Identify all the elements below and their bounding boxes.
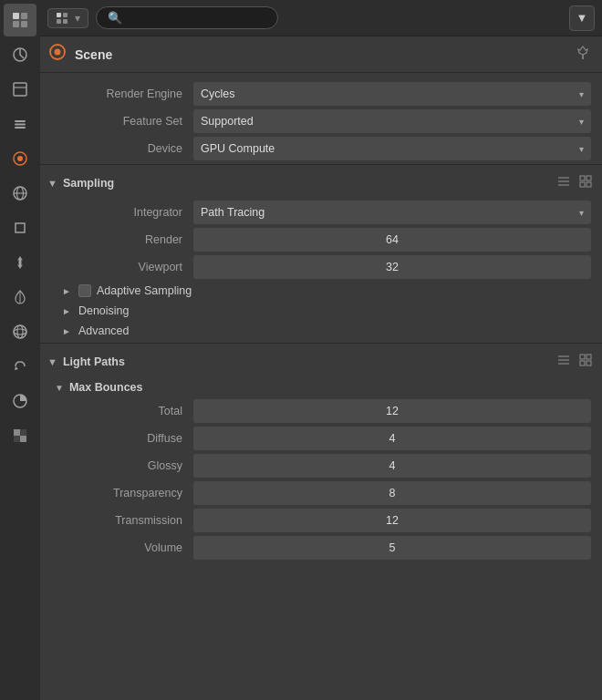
light-paths-title: Light Paths [63, 355, 555, 368]
sidebar-icon-scene[interactable] [4, 142, 36, 175]
viewport-value[interactable]: 32 [193, 255, 591, 279]
sidebar-icon-world[interactable] [4, 177, 36, 210]
svg-rect-15 [16, 223, 25, 232]
advanced-label: Advanced [78, 324, 130, 337]
denoising-header[interactable]: ► Denoising [40, 301, 602, 321]
feature-set-label: Feature Set [47, 115, 193, 128]
volume-row: Volume 5 [40, 534, 602, 561]
divider-1 [40, 164, 602, 165]
render-engine-dropdown[interactable]: Cycles ▾ [193, 82, 591, 106]
viewport-samples-row: Viewport 32 [40, 253, 602, 281]
sidebar-icon-physics[interactable] [4, 315, 36, 348]
transparency-value[interactable]: 8 [193, 481, 591, 505]
svg-rect-5 [14, 83, 26, 96]
total-row: Total 12 [40, 397, 602, 425]
transparency-row: Transparency 8 [40, 479, 602, 507]
properties-panel: Render Engine Cycles ▾ Feature Set Suppo… [40, 73, 602, 700]
total-label: Total [47, 405, 193, 417]
volume-value[interactable]: 5 [193, 536, 591, 560]
search-icon: 🔍 [108, 11, 122, 25]
max-bounces-toggle: ▼ [55, 383, 64, 393]
feature-set-dropdown[interactable]: Supported ▾ [193, 109, 591, 133]
diffuse-value[interactable]: 4 [193, 427, 591, 450]
render-label: Render [47, 233, 193, 246]
svg-rect-27 [63, 13, 67, 17]
glossy-label: Glossy [47, 459, 193, 472]
svg-rect-1 [21, 13, 27, 19]
render-engine-chevron: ▾ [579, 89, 584, 99]
adaptive-sampling-toggle: ► [62, 286, 71, 296]
svg-rect-43 [580, 355, 585, 359]
svg-point-11 [17, 156, 23, 161]
sampling-section-header[interactable]: ▼ Sampling [40, 167, 602, 199]
collapse-button[interactable]: ▼ [569, 5, 595, 31]
sampling-grid-icon[interactable] [576, 172, 595, 193]
sidebar-icon-checker[interactable] [4, 419, 36, 452]
svg-rect-22 [14, 429, 20, 436]
integrator-chevron: ▾ [579, 208, 584, 218]
workspace-dropdown[interactable]: ▾ [47, 8, 88, 28]
left-sidebar [0, 0, 40, 700]
scene-icon [47, 42, 67, 67]
sidebar-icon-constraints[interactable] [4, 350, 36, 383]
advanced-toggle: ► [62, 326, 71, 336]
device-row: Device GPU Compute ▾ [40, 135, 602, 162]
total-value[interactable]: 12 [193, 399, 591, 423]
search-bar[interactable]: 🔍 [96, 6, 278, 29]
glossy-value[interactable]: 4 [193, 454, 591, 478]
collapse-icon: ▼ [576, 11, 588, 25]
render-value[interactable]: 64 [193, 228, 591, 252]
advanced-header[interactable]: ► Advanced [40, 321, 602, 341]
light-paths-section-header[interactable]: ▼ Light Paths [40, 345, 602, 377]
sidebar-icon-material[interactable] [4, 385, 36, 417]
sampling-actions [555, 172, 595, 193]
scene-title-bar: Scene [40, 36, 602, 73]
sidebar-icon-tools[interactable] [4, 4, 36, 36]
adaptive-sampling-checkbox[interactable] [78, 284, 91, 297]
render-engine-row: Render Engine Cycles ▾ [40, 80, 602, 108]
svg-rect-38 [580, 182, 585, 187]
feature-set-chevron: ▾ [579, 117, 584, 127]
render-engine-value: Cycles [201, 88, 235, 100]
transparency-label: Transparency [47, 487, 193, 499]
sidebar-icon-object[interactable] [4, 211, 36, 244]
svg-rect-36 [580, 176, 585, 180]
sampling-toggle: ▼ [47, 178, 57, 189]
workspace-label: ▾ [75, 12, 80, 25]
integrator-label: Integrator [47, 206, 193, 219]
pin-icon[interactable] [575, 45, 591, 65]
glossy-row: Glossy 4 [40, 452, 602, 479]
svg-rect-23 [20, 429, 26, 436]
sidebar-icon-viewlayer[interactable] [4, 108, 36, 140]
adaptive-sampling-label: Adaptive Sampling [97, 284, 192, 297]
sampling-title: Sampling [63, 177, 555, 190]
feature-set-row: Feature Set Supported ▾ [40, 108, 602, 135]
sidebar-icon-output[interactable] [4, 73, 36, 106]
light-paths-toggle: ▼ [47, 356, 57, 367]
transmission-value[interactable]: 12 [193, 509, 591, 532]
light-paths-list-icon[interactable] [555, 351, 573, 372]
svg-rect-28 [57, 19, 61, 24]
sidebar-icon-render[interactable] [4, 38, 36, 71]
svg-rect-0 [13, 13, 19, 19]
svg-point-20 [17, 325, 23, 338]
sidebar-icon-particles[interactable] [4, 281, 36, 314]
device-dropdown[interactable]: GPU Compute ▾ [193, 137, 591, 160]
svg-rect-25 [20, 436, 26, 442]
light-paths-actions [555, 351, 595, 372]
svg-point-31 [55, 49, 61, 56]
transmission-label: Transmission [47, 514, 193, 527]
sampling-list-icon[interactable] [555, 172, 573, 193]
svg-rect-8 [15, 124, 26, 126]
integrator-value: Path Tracing [201, 206, 265, 219]
integrator-dropdown[interactable]: Path Tracing ▾ [193, 201, 591, 224]
svg-rect-16 [19, 259, 22, 266]
denoising-toggle: ► [62, 306, 71, 316]
svg-point-19 [14, 329, 26, 335]
viewport-label: Viewport [47, 261, 193, 273]
light-paths-grid-icon[interactable] [576, 351, 595, 372]
sidebar-icon-modifier[interactable] [4, 246, 36, 279]
max-bounces-header[interactable]: ▼ Max Bounces [40, 377, 602, 397]
adaptive-sampling-header[interactable]: ► Adaptive Sampling [40, 281, 602, 301]
svg-rect-26 [57, 13, 61, 17]
